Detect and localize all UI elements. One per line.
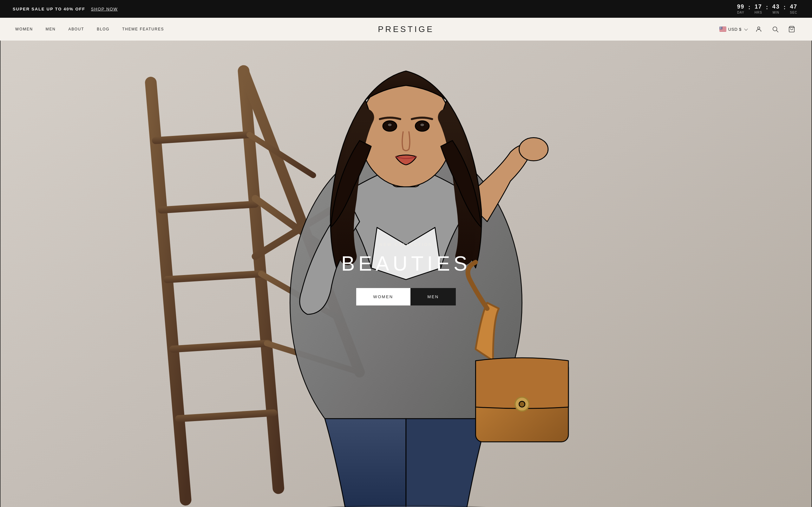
hero-buttons: WOMEN MEN: [341, 288, 471, 305]
svg-point-19: [720, 27, 721, 27]
svg-point-22: [720, 27, 720, 28]
nav-item-about[interactable]: ABOUT: [68, 27, 84, 32]
account-icon: [755, 26, 762, 33]
nav-item-theme-features[interactable]: THEME FEATURES: [122, 27, 164, 32]
svg-point-16: [721, 27, 721, 27]
svg-point-18: [720, 27, 720, 27]
svg-point-37: [720, 29, 721, 29]
countdown-seconds-value: 47: [790, 3, 797, 10]
shop-now-link[interactable]: SHOP NOW: [91, 7, 118, 11]
countdown-seconds-block: 47 SEC: [788, 3, 799, 14]
men-button[interactable]: MEN: [410, 288, 456, 305]
sale-text: SUPER SALE UP TO 40% OFF: [13, 7, 85, 11]
svg-point-38: [721, 29, 721, 29]
svg-rect-5: [719, 30, 726, 31]
svg-point-8: [719, 26, 720, 27]
site-logo[interactable]: PRESTIGE: [378, 24, 434, 34]
svg-point-27: [720, 28, 720, 28]
svg-point-9: [720, 26, 720, 27]
svg-line-42: [776, 31, 778, 32]
countdown-timer: 99 DAY : 17 HRS : 43 MIN : 47 SEC: [735, 3, 799, 14]
svg-rect-6: [719, 31, 726, 32]
svg-point-24: [721, 27, 721, 28]
svg-point-34: [721, 28, 721, 29]
countdown-sep-1: :: [748, 4, 751, 11]
countdown-days-block: 99 DAY: [735, 3, 746, 14]
svg-point-28: [720, 28, 721, 28]
cart-button[interactable]: [786, 24, 797, 34]
svg-point-40: [757, 27, 760, 29]
countdown-sep-2: :: [766, 4, 768, 11]
svg-point-20: [721, 27, 721, 27]
svg-point-25: [721, 27, 721, 28]
svg-point-12: [721, 26, 722, 27]
hero-subtitle: NEW COLLECTION: [341, 242, 471, 247]
svg-point-65: [387, 123, 392, 127]
nav-item-blog[interactable]: BLOG: [97, 27, 109, 32]
countdown-hours-value: 17: [755, 3, 762, 10]
countdown-seconds-label: SEC: [790, 11, 798, 14]
countdown-days-value: 99: [737, 3, 745, 10]
chevron-down-icon: [744, 27, 748, 31]
currency-selector[interactable]: USD $: [719, 26, 747, 32]
countdown-minutes-value: 43: [772, 3, 780, 10]
women-button[interactable]: WOMEN: [356, 288, 410, 305]
announcement-left: SUPER SALE UP TO 40% OFF SHOP NOW: [13, 7, 118, 11]
svg-point-69: [519, 401, 525, 407]
svg-point-21: [721, 27, 722, 27]
countdown-hours-label: HRS: [755, 11, 762, 14]
svg-point-41: [773, 27, 777, 31]
svg-point-39: [721, 29, 722, 29]
svg-point-32: [720, 28, 720, 29]
countdown-minutes-block: 43 MIN: [770, 3, 781, 14]
countdown-days-label: DAY: [737, 11, 745, 14]
nav-right: USD $: [719, 24, 797, 34]
svg-point-23: [720, 27, 720, 28]
svg-point-13: [720, 27, 720, 27]
hero-content: NEW COLLECTION BEAUTIES WOMEN MEN: [341, 242, 471, 305]
svg-point-11: [721, 26, 721, 27]
account-button[interactable]: [754, 24, 764, 34]
nav-item-men[interactable]: MEN: [46, 27, 56, 32]
hero-title: BEAUTIES: [341, 252, 471, 275]
svg-point-35: [719, 29, 720, 29]
svg-point-29: [721, 28, 721, 28]
countdown-hours-block: 17 HRS: [753, 3, 764, 14]
countdown-minutes-label: MIN: [773, 11, 779, 14]
search-icon: [772, 26, 779, 33]
nav-left: WOMEN MEN ABOUT BLOG THEME FEATURES: [15, 27, 164, 32]
svg-rect-4: [719, 30, 726, 30]
nav-item-women[interactable]: WOMEN: [15, 27, 33, 32]
search-button[interactable]: [770, 24, 780, 34]
svg-point-15: [721, 27, 721, 27]
svg-point-31: [720, 28, 720, 29]
svg-point-30: [721, 28, 722, 28]
svg-point-60: [519, 137, 548, 161]
svg-point-17: [719, 27, 720, 27]
svg-point-10: [720, 26, 721, 27]
cart-icon: [788, 26, 795, 33]
navbar: WOMEN MEN ABOUT BLOG THEME FEATURES PRES…: [0, 18, 812, 41]
svg-point-36: [720, 29, 720, 29]
announcement-bar: SUPER SALE UP TO 40% OFF SHOP NOW 99 DAY…: [0, 0, 812, 18]
svg-point-33: [721, 28, 721, 29]
us-flag-icon: [719, 26, 726, 32]
currency-label: USD $: [728, 27, 742, 32]
svg-point-26: [719, 28, 720, 28]
svg-point-14: [720, 27, 720, 27]
hero-section: NEW COLLECTION BEAUTIES WOMEN MEN: [0, 41, 812, 507]
svg-point-66: [420, 123, 425, 127]
countdown-sep-3: :: [783, 4, 786, 11]
